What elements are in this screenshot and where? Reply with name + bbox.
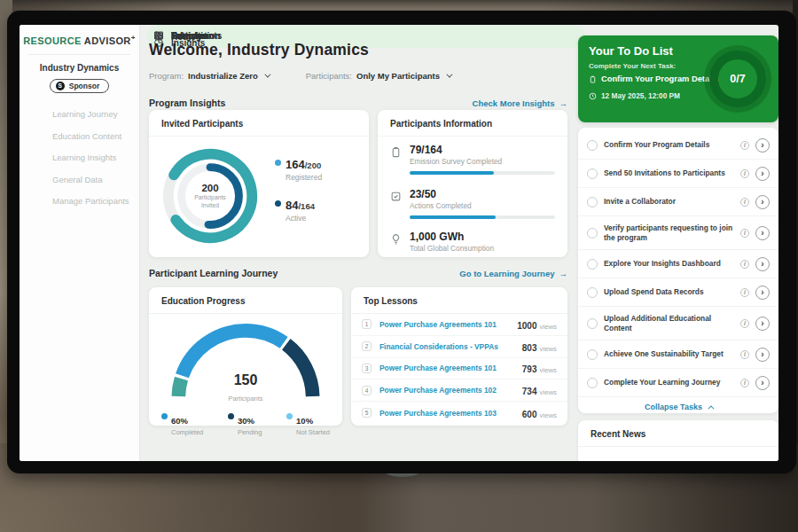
task-checkbox[interactable] (587, 349, 598, 360)
task-row[interactable]: Confirm Your Program Details (578, 131, 778, 160)
brand-secondary: ADVISOR (84, 35, 131, 46)
chevron-right-button[interactable] (755, 317, 770, 331)
collapse-tasks-link[interactable]: Collapse Tasks (578, 397, 778, 411)
sponsor-badge[interactable]: S Sponsor (50, 79, 109, 93)
program-insights-heading: Program Insights (149, 98, 225, 108)
education-progress-gauge: 150 Participants (163, 319, 328, 404)
task-row[interactable]: Send 50 Invitations to Participants (578, 160, 778, 188)
lesson-link[interactable]: Power Purchase Agreements 101 (379, 320, 517, 329)
chevron-up-icon (708, 405, 714, 411)
monitor-bezel: RESOURCE ADVISOR+ Industry Dynamics S Sp… (7, 11, 796, 473)
desk-photo: RESOURCE ADVISOR+ Industry Dynamics S Sp… (0, 0, 798, 532)
page-title: Welcome, Industry Dynamics (149, 41, 369, 59)
chevron-right-button[interactable] (755, 286, 770, 300)
gauge-legend: 60% Completed 30% Pending 10% Not Starte… (149, 404, 342, 436)
stat-emission-survey: 79/164 Emission Survey Completed (390, 144, 555, 175)
task-checkbox[interactable] (587, 228, 598, 239)
legend-dot-registered (275, 160, 281, 166)
legend-active: 84/164 Active (275, 197, 322, 223)
lesson-link[interactable]: Power Purchase Agreements 101 (379, 364, 522, 372)
participants-filter-label: Participants: (306, 71, 352, 81)
card-title: Top Lessons (351, 287, 567, 314)
info-icon[interactable] (740, 288, 749, 297)
info-icon[interactable] (740, 169, 749, 178)
task-row[interactable]: Invite a Collaborator (578, 188, 778, 216)
check-more-insights-link[interactable]: Check More Insights (473, 98, 567, 108)
sidebar-item-learning-journey[interactable]: Learning Journey (20, 104, 139, 126)
task-checkbox[interactable] (587, 168, 598, 179)
lesson-link[interactable]: Power Purchase Agreements 103 (379, 409, 522, 418)
todo-next-task-label: Confirm Your Program Details (601, 74, 718, 83)
chevron-right-button[interactable] (755, 257, 770, 271)
lesson-link[interactable]: Financial Considerations - VPPAs (379, 342, 522, 351)
task-checkbox[interactable] (587, 140, 598, 151)
lesson-row: 4 Power Purchase Agreements 102 734views (351, 379, 567, 402)
task-row[interactable]: Upload Additional Educational Content (578, 307, 778, 340)
task-label: Send 50 Invitations to Participants (604, 168, 734, 178)
sponsor-badge-icon: S (56, 82, 65, 90)
info-icon[interactable] (740, 141, 749, 150)
task-checkbox[interactable] (587, 378, 598, 388)
invited-caption-1: Participants (194, 193, 226, 201)
participants-filter-value[interactable]: Only My Participants (356, 71, 440, 81)
todo-task-list: Confirm Your Program Details Send 50 Inv… (578, 128, 778, 413)
info-icon[interactable] (740, 350, 749, 359)
task-label: Invite a Collaborator (604, 197, 734, 207)
info-icon[interactable] (740, 260, 749, 269)
legend-dot-completed (161, 413, 168, 419)
lesson-views: 734views (522, 382, 557, 398)
legend-dot-pending (228, 413, 234, 419)
task-row[interactable]: Verify participants requesting to join t… (578, 216, 778, 250)
task-checkbox[interactable] (587, 197, 598, 207)
chevron-right-button[interactable] (755, 376, 770, 390)
todo-subtitle: Complete Your Next Task: (589, 62, 676, 70)
info-icon[interactable] (740, 198, 749, 207)
lesson-link[interactable]: Power Purchase Agreements 102 (379, 386, 522, 395)
sidebar-item-label: Manage Participants (52, 196, 129, 206)
chevron-down-icon[interactable] (446, 72, 452, 78)
lesson-row: 5 Power Purchase Agreements 103 600views (351, 402, 567, 424)
chevron-right-button[interactable] (755, 167, 770, 181)
clipboard-icon (390, 145, 402, 157)
task-row[interactable]: Upload Spend Data Records (578, 278, 778, 307)
task-row[interactable]: Explore Your Insights Dashboard (578, 250, 778, 278)
sidebar-item-learning-insights[interactable]: Learning Insights (20, 147, 139, 169)
sidebar: RESOURCE ADVISOR+ Industry Dynamics S Sp… (20, 25, 140, 461)
active-total: /164 (298, 201, 315, 211)
chevron-right-button[interactable] (755, 195, 770, 209)
chevron-down-icon[interactable] (264, 72, 270, 78)
brand-plus: + (131, 34, 136, 42)
sidebar-item-manage-participants[interactable]: Manage Participants (20, 191, 139, 213)
lesson-views: 600views (522, 405, 557, 421)
sidebar-item-general-data[interactable]: General Data (20, 168, 139, 191)
task-checkbox[interactable] (587, 287, 598, 298)
legend-pending: 30% Pending (228, 411, 262, 436)
chevron-right-button[interactable] (755, 348, 770, 362)
main-content: Welcome, Industry Dynamics Program: Indu… (140, 25, 578, 461)
progress-fill (410, 215, 496, 219)
info-icon[interactable] (740, 379, 749, 387)
todo-next-task[interactable]: Confirm Your Program Details (589, 74, 718, 83)
recent-news-title: Recent News (578, 420, 778, 447)
sidebar-item-education-content[interactable]: Education Content (20, 125, 139, 147)
todo-progress-ring: 0/7 (709, 51, 766, 107)
task-checkbox[interactable] (587, 318, 598, 329)
task-row[interactable]: Achieve One Sustainability Target (578, 340, 778, 369)
program-filter-value[interactable]: Industrialize Zero (188, 71, 258, 81)
chevron-right-button[interactable] (755, 226, 770, 240)
org-name: Industry Dynamics (20, 63, 139, 73)
task-row[interactable]: Complete Your Learning Journey (578, 369, 778, 397)
task-label: Explore Your Insights Dashboard (604, 259, 734, 269)
legend-pct: 60% (171, 416, 188, 426)
chevron-right-button[interactable] (755, 138, 770, 153)
todo-progress-value: 0/7 (730, 73, 745, 85)
task-checkbox[interactable] (587, 259, 598, 270)
todo-title: Your To Do List (589, 44, 673, 58)
go-to-learning-journey-link[interactable]: Go to Learning Journey (459, 269, 567, 278)
sponsor-badge-label: Sponsor (69, 82, 99, 90)
gauge-caption: Participants (228, 395, 262, 403)
progress-fill (410, 171, 494, 175)
brand-logo: RESOURCE ADVISOR+ (20, 25, 139, 46)
info-icon[interactable] (740, 319, 749, 328)
info-icon[interactable] (740, 229, 749, 238)
